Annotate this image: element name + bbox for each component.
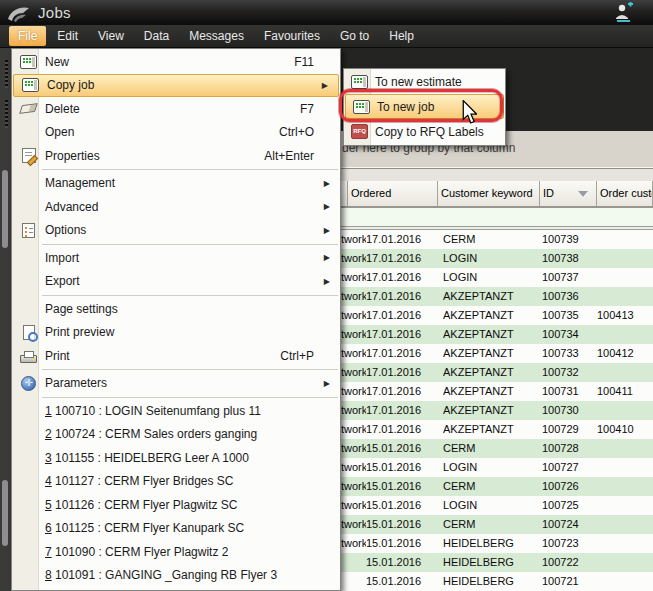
menu-item-page-settings[interactable]: Page settings — [12, 297, 340, 321]
cell-id: 100728 — [542, 439, 597, 458]
menu-item-open[interactable]: OpenCtrl+O — [12, 121, 340, 145]
menu-item-label: Print — [45, 349, 280, 363]
submenu-item-to-new-job[interactable]: To new job — [345, 94, 504, 119]
table-row[interactable]: twork17.01.2016AKZEPTANZT100732 — [341, 363, 653, 382]
cell-artwork — [341, 572, 366, 591]
cell-customer: LOGIN — [443, 496, 542, 515]
menubar-item-messages[interactable]: Messages — [180, 26, 253, 46]
menubar-item-edit[interactable]: Edit — [48, 26, 87, 46]
table-row[interactable]: twork17.01.2016LOGIN100737 — [341, 268, 653, 287]
table-row[interactable]: twork15.01.2016CERM100728 — [341, 439, 653, 458]
menu-item-import[interactable]: Import▶ — [12, 246, 340, 270]
drag-grip-icon[interactable] — [5, 100, 8, 128]
cell-ordered: 17.01.2016 — [366, 363, 443, 382]
cell-customer: AKZEPTANZT — [443, 325, 542, 344]
table-row[interactable]: twork15.01.2016CERM100726 — [341, 477, 653, 496]
recent-job-2[interactable]: 2 100724 : CERM Sales orders ganging — [12, 423, 340, 447]
recent-job-8[interactable]: 8 101091 : GANGING _Ganging RB Flyer 3 — [12, 564, 340, 588]
menu-item-options[interactable]: Options▶ — [12, 219, 340, 243]
cell-artwork: twork — [341, 287, 366, 306]
table-row[interactable]: twork15.01.2016HEIDELBERG100723 — [341, 534, 653, 553]
to-new-job-icon — [353, 100, 370, 114]
menu-icon-well — [12, 104, 45, 113]
table-row[interactable]: twork15.01.2016LOGIN100727 — [341, 458, 653, 477]
dock-handle[interactable] — [2, 480, 8, 546]
submenu-item-copy-to-rfq-labels[interactable]: RFQCopy to RFQ Labels — [344, 119, 505, 144]
table-row[interactable]: twork17.01.2016AKZEPTANZT100730 — [341, 401, 653, 420]
submenu-item-label: Copy to RFQ Labels — [375, 125, 484, 139]
recent-job-5[interactable]: 5 101126 : CERM Flyer Plagwitz SC — [12, 493, 340, 517]
menubar-item-view[interactable]: View — [89, 26, 133, 46]
table-row[interactable]: twork17.01.2016LOGIN100738 — [341, 249, 653, 268]
cell-ordered: 15.01.2016 — [366, 553, 443, 572]
menubar-item-favourites[interactable]: Favourites — [255, 26, 329, 46]
menubar-item-go-to[interactable]: Go to — [331, 26, 378, 46]
column-header-id[interactable]: ID — [540, 181, 597, 206]
cell-order_customer: 100411 — [597, 382, 653, 401]
table-row[interactable]: twork17.01.2016AKZEPTANZT100735100413 — [341, 306, 653, 325]
cell-order_customer — [597, 363, 653, 382]
table-row[interactable]: 15.01.2016HEIDELBERG100722 — [341, 553, 653, 572]
cell-artwork: twork — [341, 325, 366, 344]
title-bar: Jobs — [0, 0, 653, 25]
menu-icon-well — [12, 55, 45, 69]
menubar-item-help[interactable]: Help — [380, 26, 423, 46]
menu-item-copy-job[interactable]: Copy job▶ — [13, 74, 339, 98]
recent-job-7[interactable]: 7 101090 : CERM Flyer Plagwitz 2 — [12, 540, 340, 564]
cell-order_customer — [597, 496, 653, 515]
menu-item-advanced[interactable]: Advanced▶ — [12, 195, 340, 219]
cell-order_customer — [597, 268, 653, 287]
column-header-blank[interactable] — [341, 181, 348, 206]
menu-item-properties[interactable]: PropertiesAlt+Enter — [12, 144, 340, 168]
table-row[interactable]: twork17.01.2016AKZEPTANZT100734 — [341, 325, 653, 344]
recent-job-1[interactable]: 1 100710 : LOGIN Seitenumfang plus 11 — [12, 399, 340, 423]
submenu-item-to-new-estimate[interactable]: To new estimate — [344, 69, 505, 94]
table-row[interactable]: twork17.01.2016AKZEPTANZT100729100410 — [341, 420, 653, 439]
cell-id: 100739 — [542, 230, 597, 249]
cell-order_customer — [597, 553, 653, 572]
menu-item-parameters[interactable]: Parameters▶ — [12, 372, 340, 396]
dock-handle[interactable] — [2, 170, 8, 248]
cell-artwork: twork — [341, 306, 366, 325]
table-row[interactable]: twork17.01.2016AKZEPTANZT100733100412 — [341, 344, 653, 363]
drag-grip-icon[interactable] — [5, 60, 8, 88]
submenu-item-label: To new estimate — [375, 75, 462, 89]
print-preview-icon — [23, 325, 35, 340]
menu-bar: FileEditViewDataMessagesFavouritesGo toH… — [0, 25, 653, 48]
menu-item-export[interactable]: Export▶ — [12, 270, 340, 294]
recent-job-4[interactable]: 4 101127 : CERM Flyer Bridges SC — [12, 470, 340, 494]
column-header-label: Ordered — [351, 181, 391, 206]
cell-ordered: 15.01.2016 — [366, 458, 443, 477]
table-row[interactable]: twork17.01.2016AKZEPTANZT100736 — [341, 287, 653, 306]
table-row[interactable]: twork17.01.2016AKZEPTANZT100731100411 — [341, 382, 653, 401]
menu-item-print-preview[interactable]: Print preview — [12, 321, 340, 345]
add-user-icon[interactable] — [613, 2, 635, 23]
rfq-icon: RFQ — [351, 124, 368, 139]
cell-ordered: 17.01.2016 — [366, 344, 443, 363]
cell-customer: LOGIN — [443, 249, 542, 268]
menubar-item-file[interactable]: File — [9, 26, 46, 46]
menu-item-delete[interactable]: DeleteF7 — [12, 97, 340, 121]
cell-customer: AKZEPTANZT — [443, 306, 542, 325]
column-header-customer-keyword[interactable]: Customer keyword — [438, 181, 540, 206]
menubar-item-data[interactable]: Data — [135, 26, 178, 46]
table-row[interactable]: twork15.01.2016CERM100724 — [341, 515, 653, 534]
column-header-order-custo[interactable]: Order custo — [597, 181, 653, 206]
menu-item-print[interactable]: PrintCtrl+P — [12, 344, 340, 368]
cell-artwork: twork — [341, 401, 366, 420]
menu-item-label: Copy job — [47, 78, 312, 92]
table-row[interactable]: twork17.01.2016CERM100739 — [341, 230, 653, 249]
cell-id: 100726 — [542, 477, 597, 496]
recent-job-3[interactable]: 3 101155 : HEIDELBERG Leer A 1000 — [12, 446, 340, 470]
cell-artwork: twork — [341, 268, 366, 287]
table-row[interactable]: twork15.01.2016LOGIN100725 — [341, 496, 653, 515]
cell-artwork: twork — [341, 515, 366, 534]
recent-job-6[interactable]: 6 101125 : CERM Flyer Kanupark SC — [12, 517, 340, 541]
menu-item-label: 4 101127 : CERM Flyer Bridges SC — [45, 474, 314, 488]
cell-customer: AKZEPTANZT — [443, 363, 542, 382]
column-header-ordered[interactable]: Ordered — [348, 181, 438, 206]
menu-item-management[interactable]: Management▶ — [12, 172, 340, 196]
menu-item-new[interactable]: NewF11 — [12, 50, 340, 74]
table-row[interactable]: 15.01.2016HEIDELBERG100721 — [341, 572, 653, 591]
cell-order_customer — [597, 287, 653, 306]
